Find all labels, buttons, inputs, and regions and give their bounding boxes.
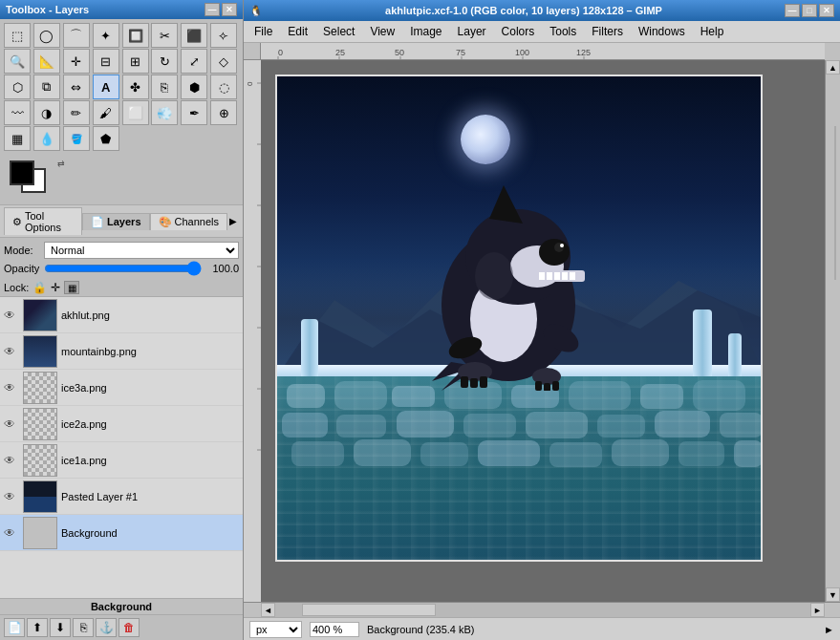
- tool-blend[interactable]: ▦: [4, 126, 31, 151]
- anchor-layer-button[interactable]: ⚓: [96, 618, 117, 637]
- toolbox-close[interactable]: ✕: [222, 3, 237, 16]
- gimp-maximize[interactable]: □: [802, 4, 817, 17]
- tool-clone2[interactable]: ⊕: [210, 100, 237, 125]
- fg-color-swatch[interactable]: [10, 160, 34, 185]
- tool-text[interactable]: A: [93, 75, 119, 99]
- toolbox-minimize[interactable]: —: [205, 3, 220, 16]
- menu-windows[interactable]: Windows: [632, 23, 692, 40]
- layer-visibility-eye[interactable]: 👁: [4, 454, 19, 467]
- tool-airbrush[interactable]: 💨: [151, 100, 178, 125]
- tool-flip[interactable]: ⇔: [63, 75, 90, 99]
- lock-pixels-icon[interactable]: 🔒: [32, 281, 47, 294]
- tab-channels-icon: 🎨: [159, 216, 172, 228]
- zoom-input[interactable]: [310, 622, 359, 637]
- tool-ellipse-select[interactable]: ◯: [33, 23, 60, 48]
- lock-alpha-icon[interactable]: ▦: [64, 281, 79, 294]
- tab-layers-label: Layers: [107, 216, 140, 227]
- mode-dropdown[interactable]: Normal: [44, 242, 239, 259]
- scroll-left-button[interactable]: ◄: [261, 603, 275, 617]
- tool-scissors[interactable]: ✂: [151, 23, 178, 48]
- layer-visibility-eye[interactable]: 👁: [4, 381, 19, 395]
- menu-image[interactable]: Image: [403, 23, 448, 40]
- layer-item-mountainbg[interactable]: 👁 mountainbg.png: [0, 333, 243, 370]
- tool-scale[interactable]: ⤢: [181, 49, 207, 74]
- tool-crop[interactable]: ⊞: [122, 49, 149, 74]
- layer-visibility-eye[interactable]: 👁: [4, 417, 19, 431]
- tool-rotate[interactable]: ↻: [151, 49, 178, 74]
- opacity-slider[interactable]: [44, 262, 202, 275]
- tool-paintbrush[interactable]: 🖌: [93, 100, 119, 125]
- canvas-viewport[interactable]: [261, 60, 825, 602]
- tool-paint-bucket[interactable]: 🪣: [63, 126, 90, 151]
- menu-filters[interactable]: Filters: [585, 23, 630, 40]
- tool-smudge[interactable]: 〰: [4, 100, 31, 125]
- layer-item-ice2a[interactable]: 👁 ice2a.png: [0, 406, 243, 442]
- tool-transform[interactable]: ⧉: [33, 75, 60, 99]
- tab-channels[interactable]: 🎨 Channels: [150, 213, 227, 230]
- menu-help[interactable]: Help: [694, 23, 731, 40]
- tool-shear[interactable]: ◇: [210, 49, 237, 74]
- layer-visibility-eye[interactable]: 👁: [4, 526, 19, 540]
- gimp-minimize[interactable]: —: [785, 4, 800, 17]
- scroll-thumb-v[interactable]: [834, 126, 836, 280]
- tool-dodge-burn[interactable]: ◑: [33, 100, 60, 125]
- tool-persp-clone[interactable]: ⬢: [181, 75, 207, 99]
- layer-visibility-eye[interactable]: 👁: [4, 490, 19, 503]
- tool-rect-select[interactable]: ⬚: [4, 23, 31, 48]
- tool-pencil[interactable]: ✏: [63, 100, 90, 125]
- layer-item-ice1a[interactable]: 👁 ice1a.png: [0, 442, 243, 479]
- scroll-right-button[interactable]: ►: [810, 603, 825, 617]
- tool-eraser[interactable]: ⬜: [122, 100, 149, 125]
- tool-measure[interactable]: 📐: [33, 49, 60, 74]
- tool-clone[interactable]: ⎘: [151, 75, 178, 99]
- tool-ink[interactable]: ✒: [181, 100, 207, 125]
- duplicate-layer-button[interactable]: ⎘: [73, 618, 94, 637]
- tool-fuzzy-select[interactable]: ✦: [93, 23, 119, 48]
- layer-item-akhlut[interactable]: 👁 akhlut.png: [0, 297, 243, 333]
- swap-icon[interactable]: ⇄: [57, 159, 65, 168]
- tool-extra[interactable]: ⬟: [93, 126, 119, 151]
- tool-blur[interactable]: ◌: [210, 75, 237, 99]
- scroll-up-button[interactable]: ▲: [826, 60, 840, 75]
- tool-align[interactable]: ⊟: [93, 49, 119, 74]
- layer-visibility-eye[interactable]: 👁: [4, 345, 19, 358]
- layer-item-ice3a[interactable]: 👁 ice3a.png: [0, 370, 243, 406]
- scroll-thumb-h[interactable]: [302, 604, 436, 616]
- zoom-unit-select[interactable]: px %: [249, 621, 302, 638]
- tool-perspective[interactable]: ⬡: [4, 75, 31, 99]
- layer-visibility-eye[interactable]: 👁: [4, 309, 19, 322]
- tool-color-select[interactable]: 🔲: [122, 23, 149, 48]
- tool-fg-select[interactable]: ⬛: [181, 23, 207, 48]
- lower-layer-button[interactable]: ⬇: [50, 618, 71, 637]
- tool-lasso[interactable]: ⌒: [63, 23, 90, 48]
- lock-position-icon[interactable]: ✛: [51, 281, 60, 294]
- tool-zoom[interactable]: 🔍: [4, 49, 31, 74]
- svg-text:0: 0: [246, 81, 254, 86]
- layer-name: Background: [61, 527, 239, 539]
- layer-item-pasted[interactable]: 👁 Pasted Layer #1: [0, 479, 243, 515]
- delete-layer-button[interactable]: 🗑: [118, 618, 140, 637]
- raise-layer-button[interactable]: ⬆: [27, 618, 48, 637]
- menu-select[interactable]: Select: [316, 23, 361, 40]
- layer-item-background[interactable]: 👁 Background: [0, 515, 243, 551]
- ruler-corner: [244, 43, 261, 60]
- tool-paths[interactable]: ⟣: [210, 23, 237, 48]
- ice-pillar-right2: [728, 333, 742, 376]
- tool-move[interactable]: ✛: [63, 49, 90, 74]
- panel-menu-arrow[interactable]: ▶: [227, 214, 239, 228]
- menu-view[interactable]: View: [363, 23, 401, 40]
- menu-edit[interactable]: Edit: [281, 23, 314, 40]
- menu-file[interactable]: File: [248, 23, 279, 40]
- tool-color-picker[interactable]: 💧: [33, 126, 60, 151]
- tab-tool-options[interactable]: ⚙ Tool Options: [4, 207, 82, 235]
- new-layer-button[interactable]: 📄: [4, 618, 25, 637]
- tab-layers[interactable]: 📄 Layers: [82, 213, 149, 230]
- scroll-down-button[interactable]: ▼: [826, 587, 840, 602]
- menu-layer[interactable]: Layer: [451, 23, 493, 40]
- menu-tools[interactable]: Tools: [543, 23, 583, 40]
- gimp-menubar: File Edit Select View Image Layer Colors…: [244, 21, 840, 43]
- menu-colors[interactable]: Colors: [495, 23, 542, 40]
- svg-text:125: 125: [576, 48, 591, 57]
- gimp-close[interactable]: ✕: [819, 4, 834, 17]
- tool-heal[interactable]: ✤: [122, 75, 149, 99]
